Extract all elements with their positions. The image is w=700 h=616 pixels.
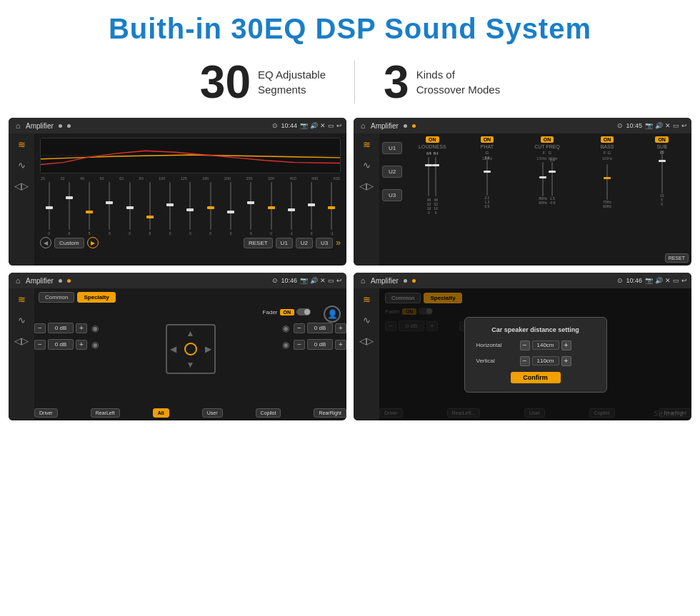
- all-btn-3[interactable]: All: [153, 408, 169, 418]
- close-icon-4[interactable]: ✕: [665, 277, 671, 284]
- horizontal-minus[interactable]: −: [520, 340, 530, 350]
- tab-specialty-3[interactable]: Specialty: [77, 292, 115, 303]
- fader-12[interactable]: -1: [282, 182, 300, 236]
- rearleft-btn-3[interactable]: RearLeft: [91, 408, 120, 418]
- forward-icon[interactable]: »: [336, 238, 341, 248]
- volume-icon-2[interactable]: 🔊: [655, 122, 663, 129]
- play-button[interactable]: ▶: [87, 237, 99, 248]
- fader-6[interactable]: 0: [161, 182, 179, 236]
- rearright-btn-3[interactable]: RearRight: [314, 408, 346, 418]
- vol-minus-fl[interactable]: −: [34, 323, 46, 333]
- screen-fader: ⌂ Amplifier ⊙ 10:46 📷 🔊 ✕ ▭ ↩ ≋ ∿ ◁▷: [9, 273, 346, 420]
- fader-on-3[interactable]: ON: [280, 309, 295, 315]
- minimize-icon-1[interactable]: ▭: [328, 122, 334, 129]
- loudness-on[interactable]: ON: [426, 136, 439, 143]
- fader-3[interactable]: 0: [101, 182, 119, 236]
- wave-icon-2[interactable]: ∿: [363, 160, 371, 171]
- camera-icon-2[interactable]: 📷: [645, 122, 653, 129]
- camera-icon-3[interactable]: 📷: [300, 277, 308, 284]
- vol-minus-rl[interactable]: −: [34, 340, 46, 350]
- home-icon[interactable]: ⌂: [13, 121, 23, 131]
- close-icon-3[interactable]: ✕: [320, 277, 326, 284]
- vol-plus-fl[interactable]: +: [76, 323, 87, 333]
- fader-5[interactable]: 0: [141, 182, 159, 236]
- fader-10[interactable]: 0: [242, 182, 260, 236]
- wave-icon-4[interactable]: ∿: [363, 315, 371, 325]
- cutfreq-on[interactable]: ON: [541, 136, 554, 143]
- back-icon-2[interactable]: ↩: [681, 122, 687, 129]
- horizontal-plus[interactable]: +: [561, 340, 571, 350]
- u3-btn-2[interactable]: U3: [382, 189, 402, 201]
- vol-icon-2[interactable]: ◁▷: [359, 181, 374, 191]
- u1-btn-1[interactable]: U1: [276, 238, 293, 248]
- volume-icon-1[interactable]: 🔊: [310, 122, 318, 129]
- joystick-bg-3[interactable]: ▲ ▼ ◀ ▶: [166, 324, 216, 374]
- rec-dot-4: [412, 279, 416, 283]
- copilot-btn-3[interactable]: Copilot: [256, 408, 281, 418]
- camera-icon-1[interactable]: 📷: [300, 122, 308, 129]
- u2-btn-2[interactable]: U2: [382, 166, 402, 178]
- wave-icon-3[interactable]: ∿: [18, 315, 26, 325]
- u2-btn-1[interactable]: U2: [296, 238, 313, 248]
- minimize-icon-3[interactable]: ▭: [328, 277, 334, 284]
- reset-btn[interactable]: RESET: [244, 238, 273, 248]
- confirm-button[interactable]: Confirm: [511, 372, 561, 383]
- vol-plus-rl[interactable]: +: [76, 340, 87, 350]
- sidebar-4: ≋ ∿ ◁▷: [354, 288, 379, 420]
- fader-1[interactable]: 0: [60, 182, 78, 236]
- joy-down[interactable]: ▼: [186, 360, 195, 370]
- main-dialog: Common Specialty Fader ON − 0 dB +: [379, 288, 691, 420]
- vol-icon-1[interactable]: ◁▷: [14, 181, 29, 191]
- fader-11[interactable]: 0: [262, 182, 280, 236]
- fader-8[interactable]: 0: [201, 182, 219, 236]
- close-icon-2[interactable]: ✕: [665, 122, 671, 129]
- driver-btn-3[interactable]: Driver: [34, 408, 58, 418]
- back-icon-1[interactable]: ↩: [336, 122, 342, 129]
- sub-on[interactable]: ON: [655, 136, 669, 143]
- fader-0[interactable]: 0: [40, 182, 58, 236]
- eq-icon-4[interactable]: ≋: [363, 294, 371, 305]
- tab-common-3[interactable]: Common: [39, 292, 74, 303]
- vol-plus-fr[interactable]: +: [335, 323, 346, 333]
- phat-on[interactable]: ON: [481, 136, 494, 143]
- vertical-plus[interactable]: +: [561, 356, 571, 366]
- fader-13[interactable]: 0: [302, 182, 320, 236]
- joy-up[interactable]: ▲: [186, 328, 195, 338]
- vol-minus-rr[interactable]: −: [294, 340, 305, 350]
- user-btn-3[interactable]: User: [202, 408, 223, 418]
- minimize-icon-2[interactable]: ▭: [673, 122, 679, 129]
- vol-minus-fr[interactable]: −: [294, 323, 305, 333]
- joy-left[interactable]: ◀: [170, 344, 176, 354]
- volume-icon-4[interactable]: 🔊: [655, 277, 663, 284]
- vertical-minus[interactable]: −: [520, 356, 530, 366]
- home-icon-2[interactable]: ⌂: [358, 121, 368, 131]
- fader-14[interactable]: -1: [323, 182, 341, 236]
- reset-btn-2[interactable]: RESET: [665, 253, 689, 263]
- u1-btn-2[interactable]: U1: [382, 142, 402, 154]
- joy-right[interactable]: ▶: [205, 344, 211, 354]
- minimize-icon-4[interactable]: ▭: [673, 277, 679, 284]
- back-icon-3[interactable]: ↩: [336, 277, 342, 284]
- camera-icon-4[interactable]: 📷: [645, 277, 653, 284]
- fader-7[interactable]: 0: [181, 182, 199, 236]
- fader-4[interactable]: 0: [121, 182, 139, 236]
- volume-icon-3[interactable]: 🔊: [310, 277, 318, 284]
- wave-icon-1[interactable]: ∿: [18, 160, 26, 171]
- eq-icon-1[interactable]: ≋: [18, 139, 26, 150]
- prev-button[interactable]: ◀: [40, 237, 51, 248]
- fader-toggle-3[interactable]: [296, 308, 311, 315]
- home-icon-3[interactable]: ⌂: [13, 276, 23, 286]
- topbar-title-4: Amplifier: [371, 277, 399, 285]
- close-icon-1[interactable]: ✕: [320, 122, 326, 129]
- eq-icon-2[interactable]: ≋: [363, 139, 371, 150]
- fader-9[interactable]: 0: [221, 182, 239, 236]
- u3-btn-1[interactable]: U3: [316, 238, 333, 248]
- back-icon-4[interactable]: ↩: [681, 277, 687, 284]
- eq-icon-3[interactable]: ≋: [18, 294, 26, 305]
- vol-icon-3[interactable]: ◁▷: [14, 335, 29, 346]
- fader-2[interactable]: 5: [81, 182, 99, 236]
- home-icon-4[interactable]: ⌂: [358, 276, 368, 286]
- bass-on[interactable]: ON: [601, 136, 614, 143]
- vol-plus-rr[interactable]: +: [335, 340, 346, 350]
- vol-icon-4[interactable]: ◁▷: [359, 335, 374, 346]
